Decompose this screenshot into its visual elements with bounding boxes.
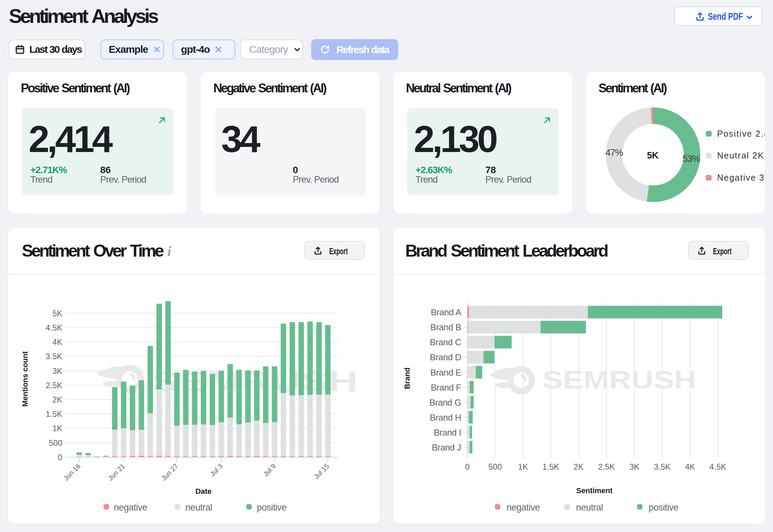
svg-text:1.5K: 1.5K bbox=[542, 462, 559, 471]
svg-text:1K: 1K bbox=[52, 424, 62, 433]
svg-text:Sentiment: Sentiment bbox=[576, 486, 613, 495]
svg-text:Brand I: Brand I bbox=[434, 427, 461, 438]
svg-text:neutral: neutral bbox=[185, 502, 212, 513]
svg-text:2.5K: 2.5K bbox=[46, 381, 62, 390]
svg-text:500: 500 bbox=[49, 438, 62, 447]
svg-text:0: 0 bbox=[58, 453, 62, 462]
svg-text:Brand B: Brand B bbox=[430, 322, 461, 332]
svg-text:2K: 2K bbox=[574, 462, 583, 471]
svg-text:Jul 9: Jul 9 bbox=[262, 462, 277, 477]
svg-text:Mentions count: Mentions count bbox=[21, 351, 29, 407]
svg-text:Brand: Brand bbox=[403, 367, 411, 389]
svg-text:Brand A: Brand A bbox=[431, 307, 461, 317]
svg-text:2.5K: 2.5K bbox=[598, 462, 615, 471]
svg-text:Brand C: Brand C bbox=[430, 337, 461, 347]
svg-text:5K: 5K bbox=[647, 150, 659, 161]
svg-text:1K: 1K bbox=[518, 462, 528, 471]
svg-text:negative: negative bbox=[114, 502, 147, 513]
svg-text:53%: 53% bbox=[682, 154, 700, 164]
svg-text:0: 0 bbox=[465, 462, 469, 471]
svg-text:Brand G: Brand G bbox=[429, 397, 461, 408]
svg-text:Date: Date bbox=[195, 487, 212, 496]
svg-text:5K: 5K bbox=[52, 309, 62, 318]
svg-text:Jun 27: Jun 27 bbox=[160, 462, 180, 482]
svg-text:3.5K: 3.5K bbox=[654, 462, 670, 471]
svg-text:4.5K: 4.5K bbox=[710, 462, 726, 471]
svg-text:Jul 3: Jul 3 bbox=[209, 462, 224, 477]
svg-text:1.5K: 1.5K bbox=[46, 409, 62, 419]
svg-text:positive: positive bbox=[257, 502, 287, 513]
svg-text:47%: 47% bbox=[605, 148, 623, 158]
svg-text:4K: 4K bbox=[52, 337, 62, 347]
svg-text:Jul 15: Jul 15 bbox=[312, 462, 330, 480]
svg-text:3K: 3K bbox=[630, 462, 639, 471]
svg-text:3.5K: 3.5K bbox=[46, 352, 62, 361]
svg-text:4.5K: 4.5K bbox=[46, 323, 62, 332]
svg-text:neutral: neutral bbox=[576, 502, 603, 513]
svg-text:Brand E: Brand E bbox=[430, 367, 461, 378]
svg-text:SEMRUSH: SEMRUSH bbox=[542, 366, 696, 394]
svg-text:500: 500 bbox=[488, 462, 502, 471]
svg-text:3K: 3K bbox=[52, 366, 62, 376]
svg-text:4K: 4K bbox=[685, 462, 695, 471]
svg-text:Brand D: Brand D bbox=[430, 352, 461, 362]
svg-text:2K: 2K bbox=[52, 395, 62, 404]
svg-text:positive: positive bbox=[649, 502, 679, 513]
svg-text:Brand H: Brand H bbox=[430, 412, 461, 423]
svg-text:Jun 21: Jun 21 bbox=[107, 462, 126, 482]
svg-text:Jun 16: Jun 16 bbox=[62, 462, 82, 482]
svg-text:Brand F: Brand F bbox=[431, 382, 461, 393]
svg-text:Brand J: Brand J bbox=[432, 442, 461, 453]
svg-text:negative: negative bbox=[506, 502, 540, 513]
